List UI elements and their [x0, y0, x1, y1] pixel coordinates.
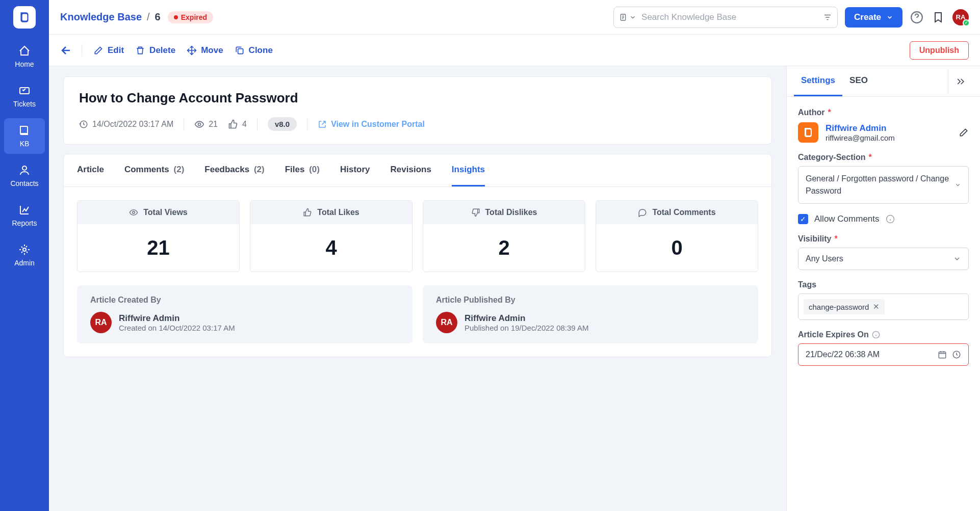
- article-views: 21: [194, 119, 218, 129]
- status-text: Expired: [181, 13, 207, 21]
- stat-dislikes-value: 2: [423, 224, 585, 272]
- category-select[interactable]: General / Forgotten password / Change Pa…: [798, 166, 969, 204]
- breadcrumb-kb-link[interactable]: Knowledge Base: [60, 11, 142, 23]
- nav-reports-label: Reports: [12, 219, 37, 227]
- ticket-icon: [18, 85, 31, 97]
- comment-icon: [638, 208, 647, 217]
- clone-label: Clone: [249, 45, 273, 56]
- svg-point-6: [198, 123, 201, 125]
- info-icon[interactable]: [886, 214, 895, 224]
- stat-likes-value: 4: [250, 224, 412, 272]
- nav-tickets[interactable]: Tickets: [4, 78, 45, 114]
- trash-icon: [135, 45, 145, 56]
- user-avatar[interactable]: RA: [952, 9, 969, 25]
- copy-icon: [235, 45, 245, 56]
- expires-date-input[interactable]: 21/Dec/22 06:38 AM: [798, 343, 969, 366]
- view-portal-link[interactable]: View in Customer Portal: [318, 120, 425, 129]
- tab-files[interactable]: Files (0): [285, 154, 320, 186]
- topbar: Knowledge Base / 6 Expired Creat: [49, 0, 980, 35]
- portal-link-text: View in Customer Portal: [331, 120, 425, 129]
- calendar-icon[interactable]: [938, 350, 947, 359]
- panel-tab-seo[interactable]: SEO: [842, 66, 875, 96]
- article-date-text: 14/Oct/2022 03:17 AM: [92, 120, 173, 129]
- stat-comments: Total Comments 0: [596, 200, 758, 272]
- tab-history[interactable]: History: [340, 154, 370, 186]
- create-button[interactable]: Create: [845, 7, 902, 28]
- stat-comments-value: 0: [596, 224, 758, 272]
- tab-comments[interactable]: Comments (2): [124, 154, 184, 186]
- panel-tab-settings[interactable]: Settings: [794, 66, 842, 96]
- back-button[interactable]: [60, 44, 82, 57]
- bookmark-icon[interactable]: [931, 10, 945, 24]
- clock-icon[interactable]: [952, 350, 961, 359]
- chart-icon: [18, 204, 31, 216]
- tag-remove-icon[interactable]: ✕: [873, 302, 880, 311]
- svg-point-7: [133, 211, 135, 214]
- panel-author-name: Riffwire Admin: [826, 123, 895, 133]
- panel-expand-icon[interactable]: [948, 69, 973, 94]
- create-button-label: Create: [854, 12, 881, 22]
- stat-likes: Total Likes 4: [250, 200, 412, 272]
- book-icon: [18, 124, 31, 137]
- clone-button[interactable]: Clone: [235, 45, 273, 56]
- status-dot-icon: [174, 15, 178, 19]
- thumbs-up-icon: [303, 208, 312, 217]
- stat-dislikes: Total Dislikes 2: [423, 200, 585, 272]
- article-likes: 4: [228, 119, 247, 129]
- filter-icon[interactable]: [823, 13, 832, 22]
- article-date: 14/Oct/2022 03:17 AM: [79, 120, 173, 129]
- visibility-select[interactable]: Any Users: [798, 248, 969, 270]
- edit-button[interactable]: Edit: [93, 45, 124, 56]
- external-link-icon: [318, 120, 327, 129]
- tags-label: Tags: [798, 280, 969, 289]
- tab-article[interactable]: Article: [77, 154, 104, 186]
- help-icon[interactable]: [910, 10, 924, 24]
- expires-label: Article Expires On: [798, 330, 969, 339]
- status-online-icon: [963, 19, 970, 26]
- nav-contacts[interactable]: Contacts: [4, 158, 45, 194]
- search-container[interactable]: [613, 7, 838, 28]
- tags-input[interactable]: change-password ✕: [798, 293, 969, 320]
- search-input[interactable]: [641, 12, 818, 22]
- tag-chip: change-password ✕: [804, 299, 885, 314]
- move-button[interactable]: Move: [187, 45, 223, 56]
- delete-label: Delete: [149, 45, 175, 56]
- tab-revisions[interactable]: Revisions: [391, 154, 431, 186]
- delete-button[interactable]: Delete: [135, 45, 175, 56]
- unpublish-button[interactable]: Unpublish: [910, 41, 969, 60]
- sidebar-nav: Home Tickets KB Contacts Reports Admin: [0, 0, 49, 511]
- breadcrumb-separator: /: [147, 11, 150, 23]
- svg-rect-0: [20, 88, 29, 94]
- author-avatar-icon: [798, 122, 818, 143]
- user-icon: [18, 164, 31, 176]
- visibility-value: Any Users: [806, 254, 843, 263]
- category-label: Category-Section *: [798, 153, 969, 162]
- tab-insights[interactable]: Insights: [452, 154, 485, 186]
- tab-feedbacks[interactable]: Feedbacks (2): [204, 154, 264, 186]
- created-heading: Article Created By: [90, 295, 399, 305]
- status-badge: Expired: [168, 11, 213, 23]
- breadcrumb-id: 6: [155, 11, 161, 23]
- tabs-card: Article Comments (2) Feedbacks (2) Files…: [63, 154, 772, 357]
- chevron-down-icon: [955, 181, 961, 189]
- nav-reports[interactable]: Reports: [4, 198, 45, 233]
- edit-label: Edit: [108, 45, 124, 56]
- nav-admin[interactable]: Admin: [4, 237, 45, 273]
- allow-comments-checkbox[interactable]: ✓ Allow Comments: [798, 214, 969, 224]
- edit-author-icon[interactable]: [959, 127, 969, 138]
- search-scope-dropdown[interactable]: [619, 13, 636, 21]
- nav-kb-label: KB: [20, 140, 30, 148]
- gear-icon: [18, 244, 31, 256]
- breadcrumb: Knowledge Base / 6: [60, 11, 161, 23]
- nav-kb[interactable]: KB: [4, 118, 45, 154]
- svg-rect-5: [238, 48, 243, 53]
- app-logo[interactable]: [13, 6, 36, 29]
- avatar: RA: [436, 312, 457, 333]
- chevron-down-icon: [886, 14, 893, 21]
- nav-home[interactable]: Home: [4, 39, 45, 74]
- svg-rect-10: [939, 352, 946, 358]
- info-icon[interactable]: [872, 331, 880, 339]
- created-by-card: Article Created By RA Riffwire Admin Cre…: [77, 285, 412, 343]
- published-by-card: Article Published By RA Riffwire Admin P…: [423, 285, 758, 343]
- avatar: RA: [90, 312, 112, 333]
